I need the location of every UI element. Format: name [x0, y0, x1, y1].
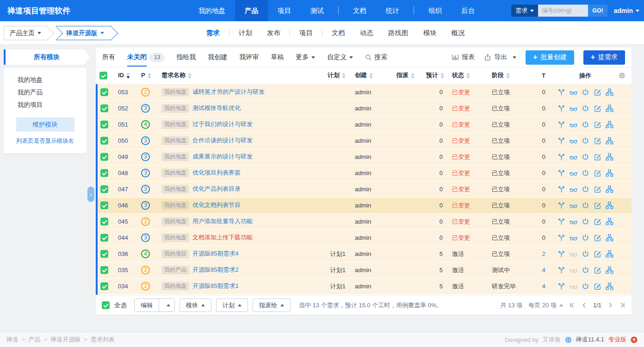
- top-nav-item-产品[interactable]: 产品: [235, 0, 268, 21]
- upgrade-icon[interactable]: [631, 336, 638, 343]
- batch-button-计划[interactable]: 计划: [216, 298, 248, 312]
- edition-link[interactable]: 专业版: [608, 335, 626, 344]
- filter-tab-所有[interactable]: 所有: [102, 48, 115, 67]
- row-checkbox[interactable]: [100, 234, 108, 242]
- task-count-link[interactable]: 2: [542, 250, 545, 257]
- review-icon[interactable]: [570, 104, 577, 112]
- product-tab-文档[interactable]: 文档: [324, 21, 353, 45]
- top-nav-item-统计[interactable]: 统计: [376, 0, 409, 21]
- sidebar-module-item[interactable]: 我的产品: [4, 86, 87, 98]
- filter-tab-我评审[interactable]: 我评审: [239, 48, 259, 67]
- product-tab-概况[interactable]: 概况: [444, 21, 472, 45]
- maintain-modules-button[interactable]: 维护模块: [16, 117, 74, 132]
- first-page-icon[interactable]: [569, 302, 575, 308]
- review-icon[interactable]: [570, 137, 577, 145]
- review-icon[interactable]: [570, 169, 577, 177]
- row-checkbox[interactable]: [100, 250, 108, 258]
- batch-button-指派给[interactable]: 指派给: [253, 298, 291, 312]
- product-tab-需求[interactable]: 需求: [199, 21, 227, 45]
- row-checkbox[interactable]: [100, 104, 108, 112]
- edit-icon[interactable]: [594, 282, 601, 290]
- story-title-link[interactable]: 优化项目列表界面: [192, 169, 241, 176]
- review-icon[interactable]: [570, 88, 577, 96]
- row-checkbox[interactable]: [100, 185, 108, 193]
- footer-crumb-禅道开源版[interactable]: 禅道开源版: [50, 336, 80, 343]
- export-menu[interactable]: 导出: [484, 53, 516, 61]
- id-search-input[interactable]: [538, 5, 588, 17]
- story-title-link[interactable]: 开源版85期需求2: [192, 266, 239, 273]
- edit-icon[interactable]: [594, 185, 601, 193]
- button-label[interactable]: 指派给: [253, 299, 290, 311]
- column-header-opened[interactable]: 创建: [352, 67, 394, 84]
- top-nav-item-测试[interactable]: 测试: [301, 0, 334, 21]
- filter-tab-我创建[interactable]: 我创建: [208, 48, 227, 67]
- product-tab-模块[interactable]: 模块: [416, 21, 444, 45]
- task-count-link[interactable]: 4: [542, 283, 545, 290]
- change-icon[interactable]: [557, 201, 565, 209]
- designer-link[interactable]: 艾体验: [543, 335, 561, 344]
- close-icon[interactable]: [582, 121, 589, 128]
- edit-icon[interactable]: [594, 137, 601, 145]
- top-nav-item-组织[interactable]: 组织: [419, 0, 452, 21]
- chevron-up-icon[interactable]: [159, 299, 174, 311]
- column-header-pri[interactable]: P: [138, 67, 159, 84]
- close-icon[interactable]: [582, 218, 589, 225]
- breadcrumb-product-home[interactable]: 产品主页: [4, 26, 48, 40]
- change-icon[interactable]: [557, 121, 565, 128]
- product-tab-发布[interactable]: 发布: [260, 21, 288, 45]
- subdivide-icon[interactable]: [606, 250, 613, 258]
- filter-tab-未关闭[interactable]: 未关闭13: [127, 48, 164, 67]
- close-icon[interactable]: [582, 201, 589, 209]
- sidebar-collapse-handle[interactable]: ‹: [87, 187, 94, 202]
- batch-create-button[interactable]: +批量创建: [526, 50, 574, 65]
- top-nav-item-我的地盘[interactable]: 我的地盘: [189, 0, 235, 21]
- edit-icon[interactable]: [594, 218, 601, 225]
- story-title-link[interactable]: 开源版85期需求4: [192, 250, 239, 257]
- close-icon[interactable]: [582, 137, 589, 145]
- header-checkbox[interactable]: [99, 72, 107, 79]
- change-icon[interactable]: [557, 185, 565, 193]
- column-header-estimate[interactable]: 预计: [423, 67, 449, 84]
- close-icon[interactable]: [582, 169, 589, 177]
- row-checkbox[interactable]: [100, 201, 108, 209]
- filter-tab-自定义[interactable]: 自定义: [327, 48, 353, 67]
- product-tab-动态[interactable]: 动态: [353, 21, 381, 45]
- subdivide-icon[interactable]: [606, 137, 613, 145]
- column-header-plan[interactable]: 计划: [316, 67, 352, 84]
- review-icon[interactable]: [570, 201, 577, 209]
- edit-icon[interactable]: [594, 250, 601, 258]
- batch-button-编辑[interactable]: 编辑: [134, 298, 175, 312]
- change-icon[interactable]: [557, 218, 565, 225]
- change-icon[interactable]: [557, 104, 565, 112]
- batch-button-模块[interactable]: 模块: [180, 298, 211, 312]
- column-header-title[interactable]: 需求名称: [159, 67, 316, 84]
- row-checkbox[interactable]: [100, 137, 108, 145]
- column-header-id[interactable]: ID: [115, 67, 138, 84]
- close-icon[interactable]: [582, 234, 589, 242]
- column-header-stage[interactable]: 阶段: [489, 67, 533, 84]
- search-type-select[interactable]: 需求: [511, 5, 538, 17]
- row-checkbox[interactable]: [100, 153, 108, 161]
- edit-icon[interactable]: [594, 201, 601, 209]
- gear-icon[interactable]: [619, 72, 629, 79]
- subdivide-icon[interactable]: [606, 201, 613, 209]
- subdivide-icon[interactable]: [606, 234, 613, 242]
- task-count-link[interactable]: 4: [542, 267, 545, 274]
- next-page-icon[interactable]: [607, 302, 613, 308]
- footer-crumb-需求列表[interactable]: 需求列表: [91, 336, 115, 343]
- sidebar-module-item[interactable]: 我的地盘: [4, 73, 87, 86]
- product-tab-计划[interactable]: 计划: [231, 21, 260, 45]
- go-button[interactable]: GO!: [588, 5, 607, 17]
- story-title-link[interactable]: 文档添加上传下载功能: [192, 234, 253, 241]
- subdivide-icon[interactable]: [606, 88, 613, 96]
- subdivide-icon[interactable]: [606, 104, 613, 112]
- story-title-link[interactable]: 优化文档列表节目: [192, 201, 241, 208]
- sidebar-tab-all-modules[interactable]: 所有模块: [4, 49, 90, 65]
- story-title-link[interactable]: 过于我们的设计与研发: [192, 121, 253, 128]
- prev-page-icon[interactable]: [581, 302, 587, 308]
- edit-icon[interactable]: [594, 121, 601, 128]
- review-icon[interactable]: [570, 121, 577, 128]
- change-icon[interactable]: [557, 234, 565, 242]
- change-icon[interactable]: [557, 137, 565, 145]
- report-button[interactable]: 报表: [452, 53, 475, 61]
